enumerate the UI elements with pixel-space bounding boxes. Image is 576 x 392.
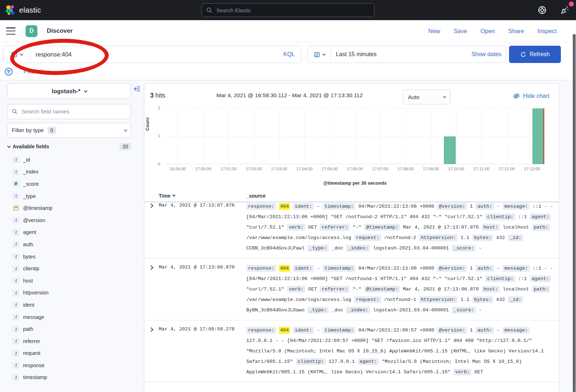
search-icon — [12, 109, 18, 114]
gridline — [481, 108, 482, 164]
appbar-action-inspect[interactable]: Inspect — [537, 28, 557, 35]
string-field-icon: t — [12, 326, 19, 333]
gridline — [456, 108, 456, 164]
collapse-sidebar-button[interactable] — [133, 85, 140, 93]
source-field-name: message: — [503, 265, 530, 272]
highlighted-value: 404 — [279, 265, 290, 272]
source-field-name: agent: — [358, 358, 379, 365]
field-item-bytes[interactable]: tbytes — [7, 251, 131, 263]
field-item-request[interactable]: trequest — [7, 347, 131, 360]
expand-row-icon[interactable] — [149, 203, 153, 208]
source-field-name: @version: — [437, 203, 467, 210]
string-field-icon: t — [12, 338, 19, 344]
string-field-icon: t — [12, 193, 19, 199]
source-field-name: ident: — [293, 203, 314, 210]
interval-select[interactable]: Auto — [403, 90, 450, 104]
source-field-name: verb: — [453, 369, 472, 375]
calendar-icon — [314, 51, 320, 58]
field-item-auth[interactable]: tauth — [7, 238, 131, 251]
field-item-host[interactable]: thost — [7, 275, 131, 287]
field-item-response[interactable]: tresponse — [7, 359, 131, 371]
global-search-box[interactable] — [202, 3, 374, 17]
filter-by-type-select[interactable]: Filter by type 0 — [7, 123, 131, 138]
saved-query-menu-button[interactable] — [3, 46, 31, 63]
string-field-icon: t — [12, 156, 19, 163]
source-field-name: response: — [246, 265, 276, 272]
gridline — [203, 108, 203, 164]
field-item-message[interactable]: tmessage — [7, 311, 131, 323]
field-search-box[interactable] — [7, 104, 131, 119]
source-field-name: @version: — [437, 327, 467, 334]
field-item-_type[interactable]: t_type — [7, 190, 131, 202]
field-search-input[interactable] — [21, 108, 126, 115]
string-field-icon: t — [12, 362, 19, 369]
source-field-name: timestamp: — [323, 203, 355, 210]
scrollbar[interactable] — [573, 34, 576, 392]
source-field-name: response: — [246, 203, 276, 210]
brand-text: elastic — [19, 6, 41, 14]
add-filter-button[interactable]: + Add filter — [23, 68, 50, 75]
hits-label: hits — [156, 92, 165, 99]
menu-icon[interactable] — [6, 27, 15, 35]
appbar-action-new[interactable]: New — [428, 28, 440, 35]
help-icon[interactable] — [538, 6, 546, 14]
appbar-action-share[interactable]: Share — [508, 28, 524, 35]
gridline — [279, 108, 279, 164]
histogram-bar-17:09:30[interactable] — [444, 136, 456, 165]
source-field-name: timestamp: — [323, 265, 355, 272]
eye-slash-icon — [513, 93, 520, 99]
field-item-path[interactable]: tpath — [7, 323, 131, 335]
date-quick-menu-button[interactable] — [308, 46, 331, 63]
global-search-input[interactable] — [216, 7, 370, 14]
source-field-name: _score: — [452, 245, 476, 252]
source-field-name: host: — [482, 286, 500, 293]
x-tick-label: 17:06:00 — [347, 167, 363, 171]
hide-chart-button[interactable]: Hide chart — [513, 93, 549, 99]
string-field-icon: t — [12, 289, 19, 296]
show-dates-button[interactable]: Show dates — [471, 51, 501, 58]
query-language-button[interactable]: KQL — [283, 51, 295, 58]
x-tick-label: 17:02:00 — [246, 167, 262, 171]
date-field-icon — [12, 205, 19, 212]
refresh-button[interactable]: Refresh — [509, 46, 561, 63]
field-item-timestamp[interactable]: ttimestamp — [7, 371, 131, 384]
filter-icon[interactable] — [4, 67, 13, 76]
field-item-clientip[interactable]: tclientip — [7, 262, 131, 275]
x-tick-label: 17:03:00 — [271, 167, 287, 171]
field-item-_score[interactable]: #_score — [7, 178, 131, 190]
appbar-action-save[interactable]: Save — [454, 28, 467, 35]
discover-app-badge[interactable]: D — [26, 25, 37, 37]
appbar-action-open[interactable]: Open — [480, 28, 495, 35]
time-range-value[interactable]: Last 15 minutes — [336, 51, 471, 58]
x-axis-ticks: 16:59:0017:00:0017:01:0017:02:0017:03:00… — [165, 167, 545, 172]
field-item-httpversion[interactable]: thttpversion — [7, 287, 131, 299]
field-item-agent[interactable]: tagent — [7, 226, 131, 239]
source-field-name: path: — [532, 224, 550, 231]
field-item-@timestamp[interactable]: @timestamp — [7, 202, 131, 214]
available-fields-header[interactable]: Available fields 20 — [7, 143, 131, 150]
field-item-_index[interactable]: t_index — [7, 166, 131, 178]
field-item-_id[interactable]: t_id — [7, 154, 131, 166]
elastic-logo[interactable]: elastic — [5, 5, 41, 15]
gridline — [304, 108, 305, 164]
field-name: @timestamp — [23, 205, 53, 211]
field-item-@version[interactable]: t@version — [7, 214, 131, 226]
field-item-ident[interactable]: tident — [7, 299, 131, 311]
newsfeed-icon[interactable] — [560, 5, 570, 15]
query-input[interactable] — [31, 51, 283, 58]
field-name: clientip — [23, 266, 39, 271]
expand-row-icon[interactable] — [149, 265, 153, 270]
fields-sidebar: logstash-* Filter by type — [0, 80, 143, 392]
source-field-name: request: — [354, 296, 381, 303]
doc-row: Mar 4, 2021 @ 17:13:07.876response: 404 … — [144, 197, 559, 258]
histogram-bar-17:13:00[interactable] — [532, 108, 544, 164]
doc-table-rows: Mar 4, 2021 @ 17:13:07.876response: 404 … — [144, 197, 559, 382]
histogram-plot[interactable] — [165, 108, 545, 164]
x-tick-label: 16:59:00 — [170, 167, 186, 171]
index-pattern-select[interactable]: logstash-* — [7, 83, 131, 99]
expand-row-icon[interactable] — [149, 327, 153, 332]
gridline — [406, 108, 406, 164]
source-field-name: timestamp: — [323, 327, 355, 334]
field-item-referrer[interactable]: treferrer — [7, 335, 131, 347]
x-tick-label: 17:11:00 — [473, 167, 489, 171]
